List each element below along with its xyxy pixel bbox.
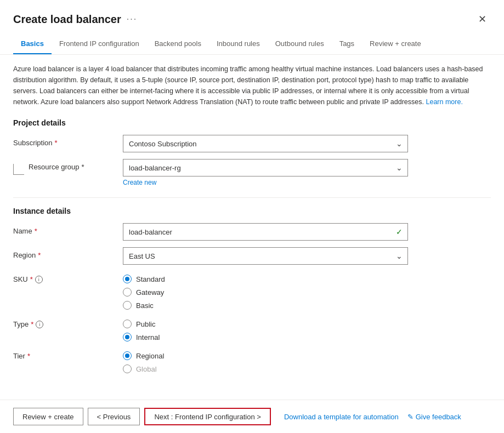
download-template-link[interactable]: Download a template for automation bbox=[284, 413, 399, 421]
region-control: East US bbox=[123, 247, 408, 265]
next-button[interactable]: Next : Frontend IP configuration > bbox=[144, 408, 271, 425]
tier-regional-option[interactable]: Regional bbox=[123, 351, 408, 360]
create-new-link[interactable]: Create new bbox=[123, 179, 408, 186]
subscription-row: Subscription * Contoso Subscription bbox=[13, 135, 491, 152]
dialog-title: Create load balancer bbox=[13, 13, 121, 26]
sku-standard-radio[interactable] bbox=[123, 275, 132, 283]
type-label: Type * i bbox=[13, 316, 123, 328]
review-create-button[interactable]: Review + create bbox=[13, 408, 83, 425]
name-row: Name * ✓ bbox=[13, 223, 491, 241]
project-details-title: Project details bbox=[13, 118, 491, 127]
give-feedback-link[interactable]: ✎ Give feedback bbox=[407, 413, 461, 421]
sku-gateway-option[interactable]: Gateway bbox=[123, 288, 408, 297]
type-public-label: Public bbox=[136, 320, 155, 328]
previous-button[interactable]: < Previous bbox=[88, 408, 140, 425]
type-radio-group: Public Internal bbox=[123, 316, 408, 341]
sku-standard-label: Standard bbox=[136, 275, 165, 283]
dialog-header: Create load balancer ··· ✕ bbox=[0, 0, 504, 27]
type-row: Type * i Public Intern bbox=[13, 316, 491, 341]
instance-details-section: Instance details Name * ✓ Region bbox=[13, 207, 491, 373]
subscription-select-wrapper: Contoso Subscription bbox=[123, 135, 408, 152]
name-control: ✓ bbox=[123, 223, 408, 241]
region-row: Region * East US bbox=[13, 247, 491, 265]
region-label: Region * bbox=[13, 247, 123, 259]
tab-frontend-ip[interactable]: Frontend IP configuration bbox=[52, 34, 147, 54]
tab-backend-pools[interactable]: Backend pools bbox=[147, 34, 209, 54]
resource-group-label: Resource group * bbox=[29, 163, 84, 171]
resource-group-select-wrapper: load-balancer-rg bbox=[123, 159, 408, 176]
name-input[interactable] bbox=[123, 223, 408, 241]
subscription-label: Subscription * bbox=[13, 135, 123, 147]
type-info-icon[interactable]: i bbox=[36, 321, 43, 328]
type-required: * bbox=[31, 320, 33, 328]
more-icon[interactable]: ··· bbox=[127, 14, 137, 24]
indent-line bbox=[13, 164, 24, 175]
name-label: Name * bbox=[13, 223, 123, 235]
type-internal-label: Internal bbox=[136, 333, 160, 341]
sku-standard-radio-inner bbox=[125, 277, 129, 281]
sku-row: SKU * i Standard Gatew bbox=[13, 271, 491, 310]
project-details-section: Project details Subscription * Contoso S… bbox=[13, 118, 491, 186]
sku-label: SKU * i bbox=[13, 271, 123, 283]
tier-radio-group: Regional Global bbox=[123, 348, 408, 373]
subscription-control: Contoso Subscription bbox=[123, 135, 408, 152]
subscription-select[interactable]: Contoso Subscription bbox=[123, 135, 408, 152]
tab-basics[interactable]: Basics bbox=[13, 34, 52, 54]
sku-basic-option[interactable]: Basic bbox=[123, 301, 408, 310]
create-load-balancer-dialog: Create load balancer ··· ✕ Basics Fronte… bbox=[0, 0, 504, 433]
sku-gateway-label: Gateway bbox=[136, 288, 164, 297]
header-left: Create load balancer ··· bbox=[13, 13, 137, 26]
tier-regional-radio-inner bbox=[125, 354, 129, 358]
sku-gateway-radio[interactable] bbox=[123, 288, 132, 297]
name-valid-icon: ✓ bbox=[396, 227, 403, 236]
tier-global-radio[interactable] bbox=[123, 364, 132, 373]
footer: Review + create < Previous Next : Fronte… bbox=[0, 400, 504, 433]
region-select[interactable]: East US bbox=[123, 247, 408, 265]
type-public-radio[interactable] bbox=[123, 320, 132, 328]
sku-control: Standard Gateway Basic bbox=[123, 271, 408, 310]
sku-basic-radio[interactable] bbox=[123, 301, 132, 310]
tier-regional-label: Regional bbox=[136, 352, 164, 360]
instance-details-title: Instance details bbox=[13, 207, 491, 215]
name-input-wrapper: ✓ bbox=[123, 223, 408, 241]
type-internal-option[interactable]: Internal bbox=[123, 333, 408, 341]
subscription-required: * bbox=[55, 139, 58, 147]
tier-global-label: Global bbox=[136, 365, 157, 373]
resource-indent: Resource group * bbox=[13, 159, 123, 175]
sku-info-icon[interactable]: i bbox=[35, 276, 43, 283]
tier-label: Tier * bbox=[13, 348, 123, 360]
name-required: * bbox=[35, 227, 37, 235]
sku-standard-option[interactable]: Standard bbox=[123, 275, 408, 283]
type-internal-radio-inner bbox=[125, 335, 129, 339]
tab-tags[interactable]: Tags bbox=[332, 34, 362, 54]
tier-regional-radio[interactable] bbox=[123, 351, 132, 360]
close-button[interactable]: ✕ bbox=[474, 11, 491, 27]
sku-radio-group: Standard Gateway Basic bbox=[123, 271, 408, 310]
resource-group-select[interactable]: load-balancer-rg bbox=[123, 159, 408, 176]
description-text: Azure load balancer is a layer 4 load ba… bbox=[13, 64, 491, 107]
sku-required: * bbox=[30, 275, 33, 283]
type-public-option[interactable]: Public bbox=[123, 320, 408, 328]
type-internal-radio[interactable] bbox=[123, 333, 132, 341]
feedback-icon: ✎ bbox=[407, 413, 414, 421]
tabs-bar: Basics Frontend IP configuration Backend… bbox=[0, 34, 504, 55]
tier-control: Regional Global bbox=[123, 348, 408, 373]
resource-group-row: Resource group * load-balancer-rg Create… bbox=[13, 159, 491, 186]
main-content: Azure load balancer is a layer 4 load ba… bbox=[0, 55, 504, 400]
learn-more-link[interactable]: Learn more. bbox=[426, 98, 462, 106]
tab-outbound-rules[interactable]: Outbound rules bbox=[268, 34, 332, 54]
section-divider-1 bbox=[13, 197, 491, 198]
resource-group-required: * bbox=[82, 163, 84, 171]
tier-required: * bbox=[27, 352, 30, 360]
region-required: * bbox=[38, 251, 41, 259]
tier-global-option[interactable]: Global bbox=[123, 364, 408, 373]
sku-basic-label: Basic bbox=[136, 301, 154, 310]
tab-review-create[interactable]: Review + create bbox=[362, 34, 429, 54]
resource-group-control: load-balancer-rg Create new bbox=[123, 159, 408, 186]
region-select-wrapper: East US bbox=[123, 247, 408, 265]
tier-row: Tier * Regional Global bbox=[13, 348, 491, 373]
type-control: Public Internal bbox=[123, 316, 408, 341]
tab-inbound-rules[interactable]: Inbound rules bbox=[209, 34, 268, 54]
